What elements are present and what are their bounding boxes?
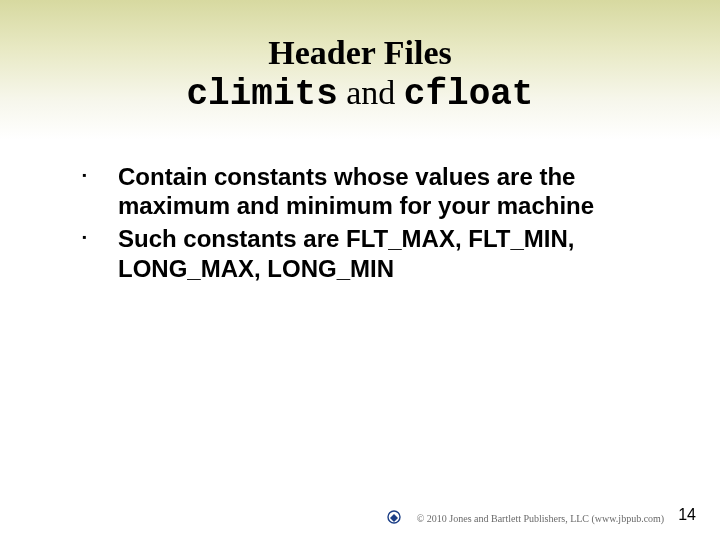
- title-code-cfloat: cfloat: [404, 74, 534, 115]
- slide-body: Contain constants whose values are the m…: [40, 162, 680, 283]
- publisher-logo-icon: [387, 510, 401, 524]
- title-code-climits: climits: [187, 74, 338, 115]
- list-item: Such constants are FLT_MAX, FLT_MIN, LON…: [82, 224, 650, 283]
- title-line-2: climits and cfloat: [40, 73, 680, 115]
- page-number: 14: [678, 506, 696, 524]
- list-item: Contain constants whose values are the m…: [82, 162, 650, 221]
- bullet-list: Contain constants whose values are the m…: [82, 162, 650, 283]
- copyright-text: © 2010 Jones and Bartlett Publishers, LL…: [417, 513, 664, 524]
- title-and: and: [338, 74, 404, 111]
- slide-title: Header Files climits and cfloat: [40, 34, 680, 116]
- slide: Header Files climits and cfloat Contain …: [0, 0, 720, 540]
- slide-footer: © 2010 Jones and Bartlett Publishers, LL…: [387, 506, 696, 524]
- title-line-1: Header Files: [40, 34, 680, 71]
